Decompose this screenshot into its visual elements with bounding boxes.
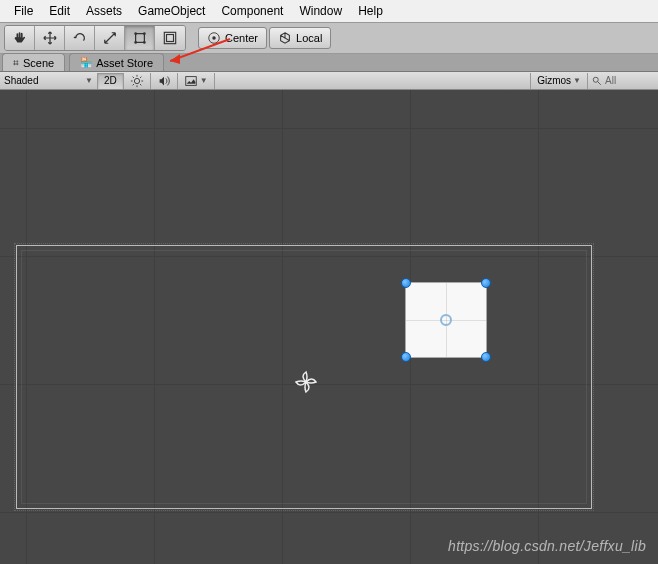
svg-point-11 bbox=[134, 78, 139, 83]
scene-pivot-gizmo[interactable] bbox=[294, 370, 318, 394]
center-icon bbox=[207, 31, 221, 45]
menu-assets[interactable]: Assets bbox=[78, 4, 130, 18]
tab-asset-store-label: Asset Store bbox=[96, 57, 153, 69]
transform-tools bbox=[4, 25, 186, 51]
chevron-down-icon: ▼ bbox=[573, 76, 581, 85]
watermark: https://blog.csdn.net/Jeffxu_lib bbox=[448, 538, 646, 554]
move-icon bbox=[43, 31, 57, 45]
tab-scene-label: Scene bbox=[23, 57, 54, 69]
svg-point-3 bbox=[134, 41, 137, 44]
menu-file[interactable]: File bbox=[6, 4, 41, 18]
rotate-icon bbox=[73, 31, 87, 45]
asset-store-icon: 🏪 bbox=[80, 57, 92, 68]
svg-point-1 bbox=[134, 32, 137, 35]
draw-mode-label: Shaded bbox=[4, 75, 38, 86]
search-icon bbox=[592, 76, 602, 86]
svg-point-4 bbox=[143, 41, 146, 44]
transform-tool[interactable] bbox=[155, 26, 185, 50]
svg-line-16 bbox=[132, 76, 133, 77]
scale-tool[interactable] bbox=[95, 26, 125, 50]
rotate-tool[interactable] bbox=[65, 26, 95, 50]
space-local-toggle[interactable]: Local bbox=[269, 27, 331, 49]
pinwheel-icon bbox=[294, 370, 318, 394]
image-icon bbox=[184, 74, 198, 88]
hand-icon bbox=[13, 31, 27, 45]
transform-icon bbox=[163, 31, 177, 45]
scene-search[interactable]: All bbox=[588, 73, 658, 89]
selected-panel[interactable] bbox=[405, 282, 487, 358]
audio-icon bbox=[157, 74, 171, 88]
rect-handle-tr[interactable] bbox=[481, 278, 491, 288]
svg-rect-5 bbox=[167, 35, 174, 42]
svg-line-18 bbox=[132, 84, 133, 85]
chevron-down-icon: ▼ bbox=[200, 76, 208, 85]
svg-rect-0 bbox=[135, 34, 144, 43]
menu-component[interactable]: Component bbox=[213, 4, 291, 18]
rect-tool[interactable] bbox=[125, 26, 155, 50]
rect-handle-br[interactable] bbox=[481, 352, 491, 362]
lighting-toggle[interactable] bbox=[124, 73, 151, 89]
scene-grid-icon: ⌗ bbox=[13, 57, 19, 69]
fx-toggle[interactable]: ▼ bbox=[178, 73, 215, 89]
svg-line-19 bbox=[140, 76, 141, 77]
2d-toggle[interactable]: 2D bbox=[98, 73, 124, 89]
sun-icon bbox=[130, 74, 144, 88]
pivot-center-toggle[interactable]: Center bbox=[198, 27, 267, 49]
search-placeholder: All bbox=[605, 75, 616, 86]
menu-bar: File Edit Assets GameObject Component Wi… bbox=[0, 0, 658, 22]
main-toolbar: Center Local bbox=[0, 22, 658, 54]
menu-gameobject[interactable]: GameObject bbox=[130, 4, 213, 18]
tab-scene[interactable]: ⌗ Scene bbox=[2, 53, 65, 71]
pivot-indicator[interactable] bbox=[440, 314, 452, 326]
menu-help[interactable]: Help bbox=[350, 4, 391, 18]
rect-handle-tl[interactable] bbox=[401, 278, 411, 288]
menu-edit[interactable]: Edit bbox=[41, 4, 78, 18]
svg-line-22 bbox=[598, 81, 601, 84]
draw-mode-dropdown[interactable]: Shaded ▼ bbox=[0, 73, 98, 89]
svg-point-21 bbox=[593, 77, 598, 82]
svg-line-17 bbox=[140, 84, 141, 85]
audio-toggle[interactable] bbox=[151, 73, 178, 89]
gizmos-label: Gizmos bbox=[537, 75, 571, 86]
svg-point-7 bbox=[212, 36, 216, 40]
move-tool[interactable] bbox=[35, 26, 65, 50]
local-label: Local bbox=[296, 32, 322, 44]
center-label: Center bbox=[225, 32, 258, 44]
rect-handle-bl[interactable] bbox=[401, 352, 411, 362]
gizmos-dropdown[interactable]: Gizmos ▼ bbox=[530, 73, 588, 89]
chevron-down-icon: ▼ bbox=[85, 76, 93, 85]
local-icon bbox=[278, 31, 292, 45]
tab-asset-store[interactable]: 🏪 Asset Store bbox=[69, 53, 164, 71]
menu-window[interactable]: Window bbox=[291, 4, 350, 18]
svg-point-2 bbox=[143, 32, 146, 35]
panel-tabs: ⌗ Scene 🏪 Asset Store bbox=[0, 54, 658, 72]
rect-icon bbox=[133, 31, 147, 45]
scale-icon bbox=[103, 31, 117, 45]
scene-toolbar: Shaded ▼ 2D ▼ Gizmos ▼ All bbox=[0, 72, 658, 90]
hand-tool[interactable] bbox=[5, 26, 35, 50]
scene-viewport[interactable]: https://blog.csdn.net/Jeffxu_lib bbox=[0, 90, 658, 564]
